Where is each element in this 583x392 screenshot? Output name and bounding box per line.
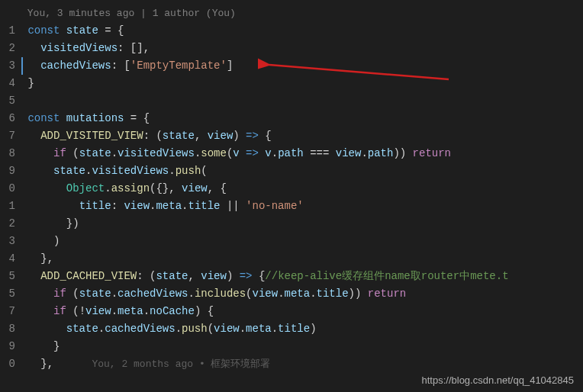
code-line[interactable]: if (state.visitedViews.some(v => v.path …	[21, 145, 583, 162]
code-area[interactable]: You, 3 minutes ago | 1 author (You) cons…	[21, 0, 583, 392]
code-line[interactable]: ADD_VISITED_VIEW: (state, view) => {	[21, 127, 583, 145]
code-line[interactable]: title: view.meta.title || 'no-name'	[21, 198, 583, 215]
code-line[interactable]: }	[21, 338, 583, 355]
code-line[interactable]: const mutations = {	[21, 110, 583, 127]
code-line[interactable]: const state = {	[21, 22, 583, 40]
line-number-gutter: 1 2 3 4 5 6 7 8 9 0 1 2 3 4 5 5 7 8 9 0	[0, 0, 21, 392]
code-line[interactable]: ADD_CACHED_VIEW: (state, view) => {//kee…	[21, 268, 583, 285]
code-line[interactable]: cachedViews: ['EmptyTemplate']	[21, 57, 583, 75]
watermark: https://blog.csdn.net/qq_41042845	[422, 374, 575, 386]
code-line[interactable]: },	[21, 250, 583, 268]
code-line[interactable]: if (!view.meta.noCache) {	[21, 303, 583, 320]
code-line[interactable]: }, You, 2 months ago • 框架环境部署	[21, 355, 583, 373]
code-editor[interactable]: 1 2 3 4 5 6 7 8 9 0 1 2 3 4 5 5 7 8 9 0 …	[0, 0, 583, 392]
code-line[interactable]	[21, 92, 583, 110]
cursor-indicator	[21, 57, 23, 75]
code-line[interactable]: state.cachedViews.push(view.meta.title)	[21, 320, 583, 338]
inline-git-blame: You, 2 months ago • 框架环境部署	[92, 358, 270, 370]
code-line[interactable]: state.visitedViews.push(	[21, 162, 583, 180]
code-line[interactable]: visitedViews: [],	[21, 40, 583, 57]
code-line[interactable]: if (state.cachedViews.includes(view.meta…	[21, 285, 583, 303]
code-line[interactable]: })	[21, 215, 583, 233]
code-line[interactable]: )	[21, 233, 583, 250]
code-line[interactable]: Object.assign({}, view, {	[21, 180, 583, 198]
git-blame-annotation: You, 3 minutes ago | 1 author (You)	[21, 5, 583, 22]
code-line[interactable]: }	[21, 75, 583, 92]
